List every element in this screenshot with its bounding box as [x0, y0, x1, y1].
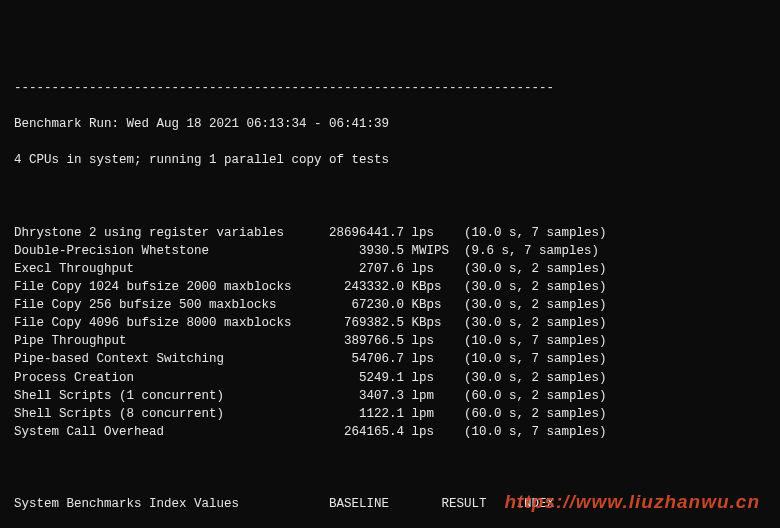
- result-row: Dhrystone 2 using register variables 286…: [14, 224, 766, 242]
- result-row: Pipe Throughput 389766.5 lps (10.0 s, 7 …: [14, 332, 766, 350]
- result-row: Shell Scripts (8 concurrent) 1122.1 lpm …: [14, 405, 766, 423]
- result-row: File Copy 4096 bufsize 8000 maxblocks 76…: [14, 314, 766, 332]
- result-row: Double-Precision Whetstone 3930.5 MWIPS …: [14, 242, 766, 260]
- divider-top: ----------------------------------------…: [14, 79, 766, 97]
- benchmark-results-block: Dhrystone 2 using register variables 286…: [14, 224, 766, 442]
- result-row: File Copy 256 bufsize 500 maxblocks 6723…: [14, 296, 766, 314]
- blank-line: [14, 187, 766, 205]
- result-row: Pipe-based Context Switching 54706.7 lps…: [14, 350, 766, 368]
- result-row: System Call Overhead 264165.4 lps (10.0 …: [14, 423, 766, 441]
- cpu-info-line: 4 CPUs in system; running 1 parallel cop…: [14, 151, 766, 169]
- result-row: Execl Throughput 2707.6 lps (30.0 s, 2 s…: [14, 260, 766, 278]
- result-row: Process Creation 5249.1 lps (30.0 s, 2 s…: [14, 369, 766, 387]
- result-row: Shell Scripts (1 concurrent) 3407.3 lpm …: [14, 387, 766, 405]
- benchmark-run-line: Benchmark Run: Wed Aug 18 2021 06:13:34 …: [14, 115, 766, 133]
- blank-line: [14, 459, 766, 477]
- watermark-url: https://www.liuzhanwu.cn: [504, 488, 760, 516]
- result-row: File Copy 1024 bufsize 2000 maxblocks 24…: [14, 278, 766, 296]
